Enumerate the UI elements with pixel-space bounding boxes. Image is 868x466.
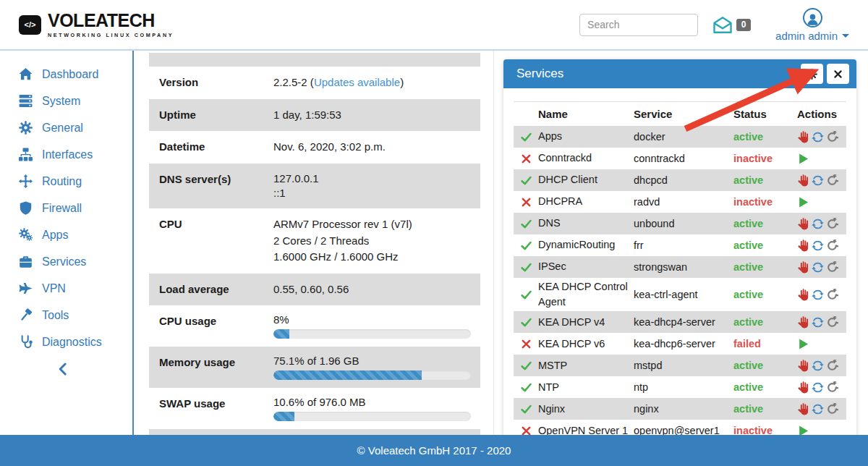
service-row: Conntrackd conntrackd inactive [514, 148, 846, 169]
service-actions [797, 403, 846, 415]
sidebar-item-label: Apps [42, 229, 68, 242]
reload-service-button[interactable] [826, 360, 838, 372]
start-service-button[interactable] [797, 338, 809, 350]
panel-close-button[interactable] [827, 64, 849, 84]
status-ok-icon [521, 219, 532, 229]
sidebar-item-routing[interactable]: Routing [0, 168, 132, 195]
user-name: admin admin [775, 30, 838, 42]
restart-service-button[interactable] [812, 218, 824, 230]
sidebar-item-general[interactable]: General [0, 114, 132, 141]
sidebar-collapse-button[interactable] [56, 363, 72, 378]
service-name: MSTP [538, 358, 634, 373]
stop-service-button[interactable] [797, 289, 809, 301]
search-input[interactable] [579, 14, 698, 36]
reload-service-button[interactable] [826, 131, 838, 143]
restart-service-button[interactable] [812, 174, 824, 187]
hammer-icon [19, 308, 33, 322]
table-row: SWAP usage 10.6% of 976.0 MB [149, 388, 480, 429]
service-row: NTP ntp active [514, 376, 846, 398]
copyright-text: © Voleatech GmbH 2017 - 2020 [357, 444, 511, 457]
reload-service-button[interactable] [826, 289, 838, 301]
swap-usage-value: 10.6% of 976.0 MB [273, 396, 471, 421]
stop-service-button[interactable] [797, 360, 809, 372]
sidebar-item-system[interactable]: System [0, 88, 132, 114]
restart-service-button[interactable] [812, 289, 824, 301]
swap-usage-progressbar [273, 412, 471, 421]
stop-service-button[interactable] [797, 381, 809, 394]
services-table: Name Service Status Actions Apps docker … [514, 101, 846, 435]
restart-service-button[interactable] [812, 261, 824, 274]
load-average-value: 0.55, 0.60, 0.56 [273, 281, 470, 298]
service-status: inactive [733, 196, 797, 208]
stop-service-button[interactable] [797, 174, 809, 187]
restart-service-button[interactable] [812, 316, 824, 329]
sitemap-icon [19, 148, 33, 161]
stop-service-button[interactable] [797, 218, 809, 230]
sidebar-item-interfaces[interactable]: Interfaces [0, 141, 132, 168]
service-name: DHCP Client [538, 172, 634, 187]
sidebar-item-vpn[interactable]: VPN [0, 275, 132, 302]
dns-value: 127.0.0.1::1 [273, 171, 470, 201]
stop-service-button[interactable] [797, 131, 809, 143]
stethoscope-icon [19, 335, 33, 349]
reload-service-button[interactable] [826, 218, 838, 230]
service-actions [797, 131, 846, 143]
status-ok-icon [521, 317, 532, 328]
restart-service-button[interactable] [812, 381, 824, 394]
sidebar-item-diagnostics[interactable]: Diagnostics [0, 329, 132, 355]
stop-service-button[interactable] [797, 403, 809, 415]
sidebar-item-apps[interactable]: Apps [0, 221, 132, 248]
start-service-button[interactable] [797, 153, 809, 165]
reload-service-button[interactable] [826, 240, 838, 252]
notification-count-badge: 0 [736, 19, 751, 31]
reload-service-button[interactable] [826, 261, 838, 274]
sidebar-item-tools[interactable]: Tools [0, 302, 132, 329]
status-fail-icon [521, 197, 532, 208]
services-table-header: Name Service Status Actions [514, 102, 846, 126]
table-row: Datetime Nov. 6, 2020, 3:02 p.m. [149, 131, 480, 164]
service-daemon: mstpd [634, 360, 733, 371]
restart-service-button[interactable] [812, 131, 824, 143]
sidebar-nav: Dashboard System General Interfaces Rout… [0, 51, 134, 435]
service-name: DynamicRouting [538, 237, 634, 253]
service-daemon: radvd [634, 196, 733, 208]
restart-service-button[interactable] [812, 403, 824, 415]
service-row: DHCP Client dhcpcd active [514, 169, 846, 191]
reload-service-button[interactable] [826, 403, 838, 415]
service-name: KEA DHCP v6 [538, 336, 634, 352]
table-row: CPU ARMv7 Processor rev 1 (v7l)2 Cores /… [149, 208, 480, 274]
cpu-value: ARMv7 Processor rev 1 (v7l)2 Cores / 2 T… [273, 216, 470, 266]
row-label: DNS server(s) [159, 171, 273, 201]
restart-service-button[interactable] [812, 240, 824, 252]
service-row: MSTP mstpd active [514, 355, 846, 376]
reload-service-button[interactable] [826, 381, 838, 394]
sidebar-item-dashboard[interactable]: Dashboard [0, 61, 132, 88]
sidebar-item-label: Interfaces [42, 148, 93, 161]
service-actions [797, 338, 846, 350]
cogs-icon [19, 228, 33, 242]
sidebar-item-services[interactable]: Services [0, 248, 132, 275]
service-actions [797, 240, 846, 252]
arrows-icon [19, 174, 33, 188]
row-label: CPU [159, 216, 273, 266]
cpu-usage-value: 8% [273, 313, 471, 339]
start-service-button[interactable] [797, 425, 809, 435]
stop-service-button[interactable] [797, 261, 809, 274]
table-row: CPU usage 8% [149, 305, 480, 347]
gear-icon [19, 121, 33, 135]
reload-service-button[interactable] [826, 316, 838, 329]
content-area: Version 2.2.5-2 (Updates available) Upti… [134, 51, 868, 435]
start-service-button[interactable] [797, 196, 809, 208]
notifications-button[interactable]: 0 [712, 16, 751, 34]
user-menu[interactable]: admin admin [775, 8, 849, 42]
stop-service-button[interactable] [797, 316, 809, 329]
sidebar-item-firewall[interactable]: Firewall [0, 195, 132, 221]
table-row: DNS server(s) 127.0.0.1::1 [149, 164, 480, 209]
reload-service-button[interactable] [826, 174, 838, 187]
stop-service-button[interactable] [797, 240, 809, 252]
panel-settings-button[interactable] [801, 64, 823, 84]
updates-available-link[interactable]: Updates available [314, 76, 400, 88]
restart-service-button[interactable] [812, 360, 824, 372]
status-ok-icon [521, 240, 532, 251]
service-daemon: frr [634, 240, 733, 251]
